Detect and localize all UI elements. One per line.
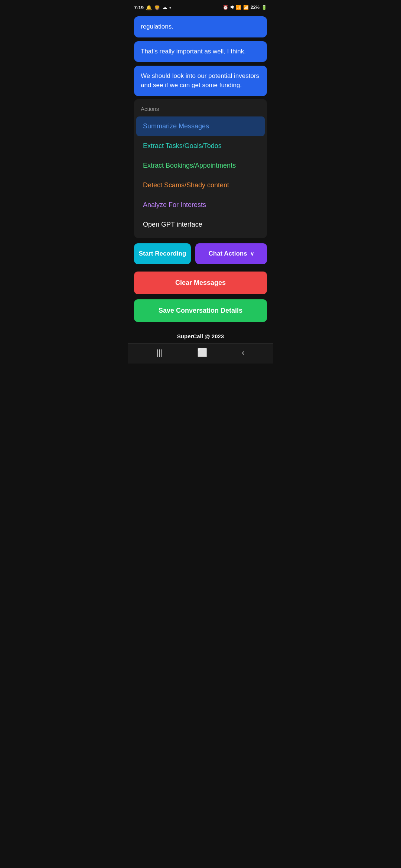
- start-recording-button[interactable]: Start Recording: [134, 243, 191, 264]
- chat-bubble-2: That's really important as well, I think…: [134, 41, 267, 62]
- cloud-icon: ☁: [162, 5, 167, 10]
- status-left: 7:19 🔔 🦁 ☁ •: [134, 5, 171, 10]
- action-item-summarize[interactable]: Summarize Messages: [136, 116, 265, 136]
- chat-bubble-1: regulations.: [134, 16, 267, 37]
- action-item-scams[interactable]: Detect Scams/Shady content: [136, 175, 265, 195]
- wifi-icon: 📶: [236, 5, 241, 10]
- actions-dropdown-wrapper: Actions Summarize Messages Extract Tasks…: [134, 99, 267, 238]
- action-item-bookings[interactable]: Extract Bookings/Appointments: [136, 156, 265, 175]
- signal-icon: 📶: [243, 5, 249, 10]
- alarm2-icon: ⏰: [223, 5, 228, 10]
- nav-home-button[interactable]: ⬜: [197, 348, 207, 358]
- dot-icon: •: [169, 5, 171, 10]
- time-display: 7:19: [134, 5, 144, 10]
- battery-icon: 🔋: [261, 5, 267, 10]
- action-item-tasks[interactable]: Extract Tasks/Goals/Todos: [136, 136, 265, 156]
- clear-messages-button[interactable]: Clear Messages: [134, 272, 267, 294]
- nav-bar: ||| ⬜ ‹: [128, 343, 273, 364]
- actions-title: Actions: [134, 103, 267, 116]
- alarm-icon: 🔔: [146, 5, 152, 10]
- action-item-interests[interactable]: Analyze For Interests: [136, 195, 265, 215]
- chat-bubble-3: We should look into our potential invest…: [134, 66, 267, 96]
- brave-icon: 🦁: [154, 5, 160, 10]
- status-bar: 7:19 🔔 🦁 ☁ • ⏰ ✱ 📶 📶 22% 🔋: [128, 0, 273, 13]
- nav-back-button[interactable]: ‹: [242, 348, 244, 358]
- chevron-down-icon: ∨: [250, 251, 254, 257]
- battery-display: 22%: [251, 5, 260, 10]
- chat-area: regulations. That's really important as …: [128, 13, 273, 99]
- actions-dropdown: Actions Summarize Messages Extract Tasks…: [134, 99, 267, 238]
- action-item-gpt[interactable]: Open GPT interface: [136, 215, 265, 234]
- bottom-buttons: Clear Messages Save Conversation Details: [128, 264, 273, 326]
- bluetooth-icon: ✱: [230, 5, 234, 10]
- save-conversation-button[interactable]: Save Conversation Details: [134, 299, 267, 322]
- footer-text: SuperCall @ 2023: [128, 326, 273, 343]
- status-right: ⏰ ✱ 📶 📶 22% 🔋: [223, 5, 267, 10]
- buttons-row: Start Recording Chat Actions ∨: [128, 238, 273, 264]
- chat-actions-button[interactable]: Chat Actions ∨: [195, 243, 267, 264]
- nav-recent-button[interactable]: |||: [156, 348, 163, 358]
